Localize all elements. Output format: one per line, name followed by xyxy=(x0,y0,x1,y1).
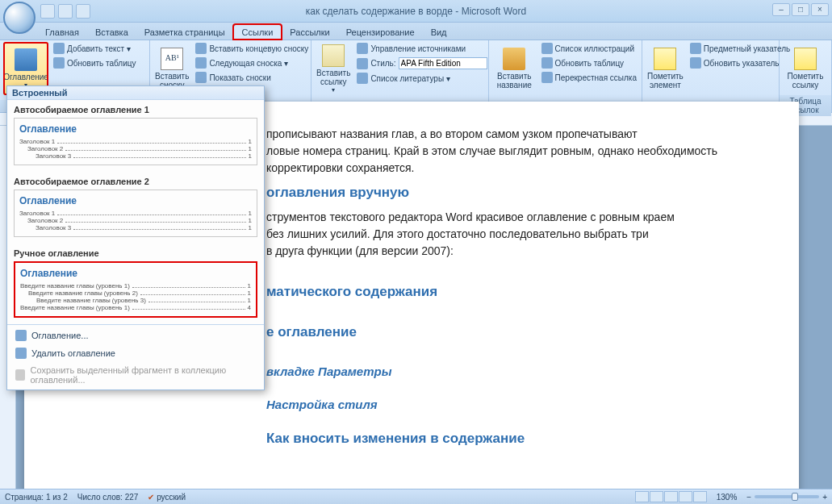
gallery-item-auto1-title[interactable]: Автособираемое оглавление 1 xyxy=(7,100,264,116)
insert-endnote-button[interactable]: Вставить концевую сноску xyxy=(194,42,310,55)
view-buttons xyxy=(635,491,707,502)
style-icon xyxy=(357,58,368,69)
ribbon-tabs: Главная Вставка Разметка страницы Ссылки… xyxy=(0,23,832,40)
figures-icon xyxy=(541,43,553,54)
status-word-count[interactable]: Число слов: 227 xyxy=(77,493,139,502)
footnote-icon: AB¹ xyxy=(161,48,183,70)
status-bar: Страница: 1 из 2 Число слов: 227 ✔ русск… xyxy=(0,489,832,504)
gallery-item-manual[interactable]: Оглавление Введите название главы (урове… xyxy=(14,261,257,318)
endnote-icon xyxy=(195,43,207,54)
index-icon xyxy=(690,43,701,54)
next-icon xyxy=(195,57,207,69)
save-icon xyxy=(15,369,25,381)
subheading: Настройка стиля xyxy=(266,398,750,411)
cross-reference-button[interactable]: Перекрестная ссылка xyxy=(540,71,638,84)
body-text: ловые номера страниц. Край в этом случае… xyxy=(266,143,750,160)
gallery-item-auto2[interactable]: Оглавление Заголовок 11 Заголовок 21 Заг… xyxy=(14,190,257,237)
plus-icon xyxy=(53,43,65,54)
minimize-button[interactable]: – xyxy=(772,3,790,16)
body-text: корректировки сохраняется. xyxy=(266,160,750,177)
office-button[interactable] xyxy=(3,2,36,34)
status-page[interactable]: Страница: 1 из 2 xyxy=(5,493,68,502)
gallery-item-manual-title[interactable]: Ручное оглавление xyxy=(7,244,264,260)
print-layout-view-button[interactable] xyxy=(635,491,649,502)
title-bar: как сделать содержание в ворде - Microso… xyxy=(0,0,832,23)
update-index-button[interactable]: Обновить указатель xyxy=(688,56,792,69)
manage-sources-button[interactable]: Управление источниками xyxy=(355,42,488,55)
tab-view[interactable]: Вид xyxy=(423,25,455,40)
insert-index-button[interactable]: Предметный указатель xyxy=(688,42,792,55)
window-title: как сделать содержание в ворде - Microso… xyxy=(306,6,526,17)
redo-icon[interactable] xyxy=(76,4,90,19)
refresh-icon xyxy=(53,57,65,69)
mark-entry-button[interactable]: Пометить элемент xyxy=(646,42,685,95)
zoom-slider-thumb[interactable] xyxy=(792,493,798,501)
zoom-level[interactable]: 130% xyxy=(717,493,738,502)
book-icon xyxy=(15,330,27,341)
insert-caption-button[interactable]: Вставить название xyxy=(492,42,537,95)
save-icon[interactable] xyxy=(40,4,55,19)
gallery-item-auto1[interactable]: Оглавление Заголовок 11 Заголовок 21 Заг… xyxy=(14,118,257,165)
next-footnote-button[interactable]: Следующая сноска ▾ xyxy=(194,56,310,69)
zoom-out-button[interactable]: − xyxy=(746,493,751,502)
body-text: в друга функции (для версии 2007): xyxy=(266,243,750,260)
mark-icon xyxy=(794,48,817,70)
update-figures-button[interactable]: Обновить таблицу xyxy=(540,56,638,69)
caption-icon xyxy=(503,48,525,70)
delete-icon xyxy=(15,348,27,359)
quick-access-toolbar xyxy=(40,4,90,19)
tab-home[interactable]: Главная xyxy=(37,25,87,40)
maximize-button[interactable]: □ xyxy=(792,3,809,16)
draft-view-button[interactable] xyxy=(693,491,707,502)
body-text: прописывают названия глав, а во втором с… xyxy=(266,126,750,143)
refresh-icon xyxy=(541,57,553,69)
toc-gallery: Встроенный Автособираемое оглавление 1 О… xyxy=(6,85,265,390)
body-text: без лишних усилий. Для этого достаточно … xyxy=(266,226,750,243)
heading: оглавления вручную xyxy=(266,185,750,201)
gallery-remove-toc[interactable]: Удалить оглавление xyxy=(7,344,264,362)
close-button[interactable]: × xyxy=(811,3,829,16)
tab-mailings[interactable]: Рассылки xyxy=(282,25,337,40)
gallery-header: Встроенный xyxy=(7,86,264,100)
sources-icon xyxy=(357,43,368,54)
crossref-icon xyxy=(541,72,553,83)
status-language[interactable]: ✔ русский xyxy=(148,493,186,502)
show-icon xyxy=(195,72,207,83)
tab-page-layout[interactable]: Разметка страницы xyxy=(136,25,233,40)
subheading: вкладке Параметры xyxy=(266,364,750,378)
mark-icon xyxy=(654,48,676,70)
gallery-insert-toc[interactable]: Оглавление... xyxy=(7,327,264,344)
undo-icon[interactable] xyxy=(58,4,73,19)
add-text-button[interactable]: Добавить текст ▾ xyxy=(52,42,138,55)
gallery-item-auto2-title[interactable]: Автособираемое оглавление 2 xyxy=(7,172,264,188)
citation-icon xyxy=(322,44,345,67)
web-layout-view-button[interactable] xyxy=(664,491,678,502)
fullscreen-view-button[interactable] xyxy=(650,491,663,502)
zoom-in-button[interactable]: + xyxy=(822,493,827,502)
update-table-button[interactable]: Обновить таблицу xyxy=(52,56,138,69)
style-select[interactable] xyxy=(399,57,487,69)
outline-view-button[interactable] xyxy=(679,491,692,502)
bibliography-button[interactable]: Список литературы ▾ xyxy=(355,72,488,85)
tab-insert[interactable]: Вставка xyxy=(87,25,136,40)
proofing-icon: ✔ xyxy=(148,493,154,502)
insert-citation-button[interactable]: Вставить ссылку ▾ xyxy=(315,42,352,95)
body-text: струментов текстового редактора Word кра… xyxy=(266,209,750,226)
tab-references[interactable]: Ссылки xyxy=(233,24,282,40)
table-of-figures-button[interactable]: Список иллюстраций xyxy=(540,42,638,55)
tab-review[interactable]: Рецензирование xyxy=(338,25,423,40)
toc-button-label: Оглавление xyxy=(3,73,48,81)
mark-citation-button[interactable]: Пометить ссылку xyxy=(783,42,828,95)
style-selector[interactable]: Стиль: xyxy=(355,56,488,70)
refresh-icon xyxy=(690,57,701,69)
heading: Как вносить изменения в содержание xyxy=(266,431,750,447)
biblio-icon xyxy=(357,73,368,84)
heading: е оглавление xyxy=(266,324,750,340)
zoom-slider[interactable] xyxy=(755,495,819,498)
book-icon xyxy=(15,48,37,71)
show-notes-button[interactable]: Показать сноски xyxy=(194,71,310,84)
heading: матического содержания xyxy=(266,284,750,300)
gallery-save-selection: Сохранить выделенный фрагмент в коллекци… xyxy=(7,362,264,388)
